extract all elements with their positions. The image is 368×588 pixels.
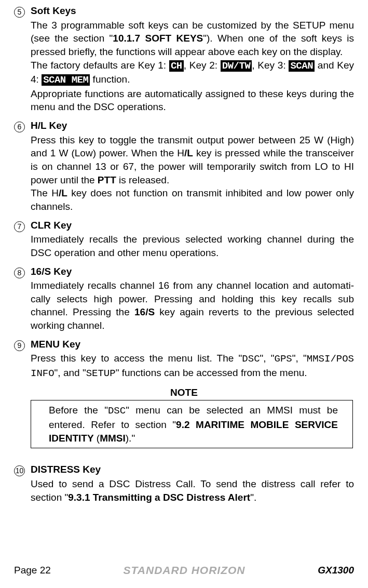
text-segment: SCAN — [289, 60, 315, 72]
text-segment: /L — [59, 188, 67, 198]
list-item: 816/S KeyImmediately recalls channel 16 … — [14, 265, 354, 332]
paragraph: The H/L key does not function on transmi… — [31, 186, 354, 213]
text-segment: Immediately recalls the previous selecte… — [31, 234, 354, 258]
text-segment: The factory defaults are Key 1: — [31, 60, 169, 71]
text-segment: DW/TW — [221, 60, 252, 72]
bullet-number: 7 — [14, 219, 31, 260]
text-segment: MMSI — [100, 433, 126, 444]
text-segment: The H — [31, 188, 59, 198]
text-segment: DSC — [108, 405, 126, 417]
text-segment: function. — [90, 74, 130, 85]
paragraph: Press this key to toggle the transmit ou… — [31, 133, 354, 187]
item-body: MENU KeyPress this key to access the men… — [31, 338, 354, 381]
text-segment: 16/S — [134, 306, 155, 317]
item-title: MENU Key — [31, 338, 354, 351]
paragraph: Immediately recalls channel 16 from any … — [31, 279, 354, 332]
page-footer: Page 22 STANDARD HORIZON GX1300 — [14, 563, 354, 578]
text-segment: 10.1.7 SOFT KEYS — [113, 33, 203, 44]
page-content: 5Soft KeysThe 3 programmable soft keys c… — [14, 4, 354, 504]
text-segment: key does not function on transmit inhibi… — [31, 188, 354, 212]
text-segment: DSC — [242, 353, 260, 365]
list-item: 5Soft KeysThe 3 programmable soft keys c… — [14, 4, 354, 114]
bullet-number: 5 — [14, 4, 31, 114]
paragraph: Appropriate functions are automatically … — [31, 87, 354, 114]
text-segment: ". — [250, 492, 256, 503]
brand-logo: STANDARD HORIZON — [124, 563, 246, 578]
page-number: Page 22 — [14, 564, 51, 577]
text-segment: SCAN MEM — [42, 74, 90, 86]
paragraph: The 3 programmable soft keys can be cust… — [31, 19, 354, 59]
bullet-number: 9 — [14, 338, 31, 381]
paragraph: Used to send a DSC Distress Call. To sen… — [31, 477, 354, 504]
paragraph: Press this key to access the menu list. … — [31, 352, 354, 380]
list-item: 6H/L KeyPress this key to toggle the tra… — [14, 119, 354, 213]
bullet-number: 10 — [14, 463, 31, 504]
text-segment: /L — [184, 148, 193, 158]
text-segment: Appropriate functions are automatically … — [31, 88, 354, 113]
text-segment: " functions can be accessed from the men… — [116, 367, 307, 378]
model-number: GX1300 — [318, 564, 354, 577]
text-segment: GPS — [275, 353, 292, 365]
text-segment: Press this key to access the menu list. … — [31, 353, 242, 364]
item-body: CLR KeyImmediately recalls the previous … — [31, 219, 354, 260]
text-segment: is released. — [116, 175, 169, 185]
note-heading: NOTE — [14, 386, 354, 399]
item-title: DISTRESS Key — [31, 463, 354, 476]
item-body: 16/S KeyImmediately recalls channel 16 f… — [31, 265, 354, 332]
text-segment: ", and " — [54, 367, 86, 378]
text-segment: 9.3.1 Transmitting a DSC Distress Alert — [68, 492, 250, 503]
list-item: 7CLR KeyImmediately recalls the previous… — [14, 219, 354, 260]
text-segment: ", " — [260, 353, 275, 364]
text-segment: SETUP — [86, 368, 116, 379]
text-segment: PTT — [98, 175, 116, 185]
text-segment: )." — [126, 433, 135, 444]
item-title: Soft Keys — [31, 4, 354, 18]
item-body: DISTRESS KeyUsed to send a DSC Distress … — [31, 463, 354, 504]
paragraph: The factory defaults are Key 1: CH, Key … — [31, 59, 354, 87]
bullet-number: 8 — [14, 265, 31, 332]
note-box: Before the "DSC" menu can be selected an… — [31, 400, 353, 448]
item-title: CLR Key — [31, 219, 354, 232]
bullet-number: 6 — [14, 119, 31, 213]
list-item: 10DISTRESS KeyUsed to send a DSC Distres… — [14, 463, 354, 504]
item-body: H/L KeyPress this key to toggle the tran… — [31, 119, 354, 213]
text-segment: ", " — [292, 353, 307, 364]
text-segment: , Key 2: — [184, 60, 221, 71]
item-title: H/L Key — [31, 119, 354, 132]
text-segment: Before the " — [49, 405, 108, 416]
text-segment: ( — [94, 433, 100, 444]
item-title: 16/S Key — [31, 265, 354, 278]
text-segment: CH — [169, 60, 184, 72]
list-item: 9MENU KeyPress this key to access the me… — [14, 338, 354, 381]
paragraph: Immediately recalls the previous selecte… — [31, 233, 354, 259]
item-body: Soft KeysThe 3 programmable soft keys ca… — [31, 4, 354, 114]
text-segment: , Key 3: — [252, 60, 289, 71]
